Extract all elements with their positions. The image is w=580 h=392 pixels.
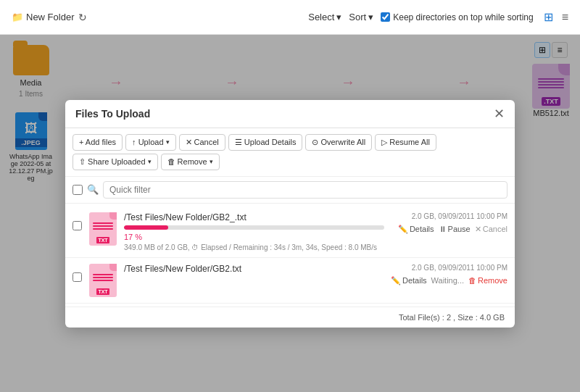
remove-button[interactable]: 🗑 Remove ▾ xyxy=(161,154,220,170)
sort-button[interactable]: Sort ▾ xyxy=(349,12,373,22)
thumb-line xyxy=(93,280,113,281)
cancel-all-button[interactable]: ✕ Cancel xyxy=(179,134,225,151)
file-2-type-badge: TXT xyxy=(96,288,109,295)
share-uploaded-label: ⇧ Share Uploaded xyxy=(79,157,146,167)
new-folder-button[interactable]: 📁 New Folder xyxy=(12,12,74,22)
file-1-type-badge: TXT xyxy=(96,237,109,243)
main-content: → → → → Media 1 Items 🖼 .JPEG WhatsApp I… xyxy=(0,35,580,392)
details-icon: ✏️ xyxy=(391,276,401,285)
file-1-cancel-button[interactable]: ✕ Cancel xyxy=(475,225,508,234)
modal-close-button[interactable]: ✕ xyxy=(494,107,505,120)
cancel-all-label: ✕ Cancel xyxy=(186,138,219,147)
search-icon: 🔍 xyxy=(87,184,99,195)
view-toggle: ⊞ ≡ xyxy=(541,9,571,25)
folder-icon-small: 📁 xyxy=(12,12,23,22)
file-1-pause-button[interactable]: ⏸ Pause xyxy=(439,225,471,233)
details-icon: ✏️ xyxy=(398,225,408,234)
resume-all-button[interactable]: ▷ Resume All xyxy=(375,134,436,151)
share-uploaded-button[interactable]: ⇧ Share Uploaded ▾ xyxy=(72,154,158,170)
file-1-details-button[interactable]: ✏️ Details xyxy=(398,225,434,234)
modal-toolbar: + Add files ↑ Upload ▾ ✕ Cancel ☰ Upload… xyxy=(65,128,515,177)
select-button[interactable]: Select ▾ xyxy=(308,12,341,22)
modal-header: Files To Upload ✕ xyxy=(65,100,515,128)
filter-bar: 🔍 xyxy=(65,177,515,204)
file-2-checkbox[interactable] xyxy=(72,272,82,282)
thumb-line xyxy=(93,225,113,227)
table-row: TXT /Test Files/New Folder/GB2.txt 2.0 G… xyxy=(65,258,515,304)
cancel-icon: ✕ xyxy=(475,225,481,234)
footer-summary: Total File(s) : 2 , Size : 4.0 GB xyxy=(399,313,505,322)
overwrite-all-button[interactable]: ⊙ Overwrite All xyxy=(305,134,372,151)
add-files-button[interactable]: + Add files xyxy=(72,134,123,151)
file-list: TXT /Test Files/New Folder/GB2_.txt 17 %… xyxy=(65,204,515,306)
file-2-remove-button[interactable]: 🗑 Remove xyxy=(468,276,508,285)
file-1-progress-text: 17 % xyxy=(124,233,384,241)
remove-caret-icon: ▾ xyxy=(210,158,213,165)
select-label: Select xyxy=(308,12,334,22)
modal-footer: Total File(s) : 2 , Size : 4.0 GB xyxy=(65,306,515,328)
keep-dirs-option[interactable]: Keep directories on top while sorting xyxy=(381,12,533,22)
file-2-details-button[interactable]: ✏️ Details xyxy=(391,276,427,285)
new-folder-label: New Folder xyxy=(26,12,74,22)
file-1-progress-fill xyxy=(124,225,168,230)
file-2-size-date: 2.0 GB, 09/09/2011 10:00 PM xyxy=(412,264,508,272)
file-2-info: /Test Files/New Folder/GB2.txt xyxy=(124,264,384,277)
file-2-actions: 2.0 GB, 09/09/2011 10:00 PM ✏️ Details W… xyxy=(391,264,508,285)
file-1-meta: 349.0 MB of 2.0 GB, ⏱ Elapsed / Remainin… xyxy=(124,243,384,251)
list-view-button[interactable]: ≡ xyxy=(559,9,571,25)
sort-caret-icon: ▾ xyxy=(368,12,373,22)
add-files-label: + Add files xyxy=(79,138,116,146)
filter-checkbox[interactable] xyxy=(72,185,83,195)
resume-all-label: ▷ Resume All xyxy=(381,138,430,147)
file-1-progress-bar xyxy=(124,225,384,230)
pause-icon: ⏸ xyxy=(439,225,447,233)
file-1-thumb-lines xyxy=(93,222,113,230)
thumb-line xyxy=(93,222,113,224)
thumb-line xyxy=(93,277,113,278)
remove-icon: 🗑 xyxy=(468,276,476,285)
keep-dirs-checkbox[interactable] xyxy=(381,12,390,22)
file-1-meta-text: 349.0 MB of 2.0 GB, ⏱ Elapsed / Remainin… xyxy=(124,243,377,251)
file-2-thumb-lines xyxy=(93,274,113,281)
upload-details-button[interactable]: ☰ Upload Details xyxy=(228,134,303,151)
file-2-waiting-status: Waiting... xyxy=(431,276,464,285)
file-2-name: /Test Files/New Folder/GB2.txt xyxy=(124,264,384,274)
overwrite-all-label: ⊙ Overwrite All xyxy=(312,138,365,147)
select-caret-icon: ▾ xyxy=(336,12,341,22)
top-bar-left: 📁 New Folder ↻ xyxy=(9,12,87,23)
thumb-line xyxy=(93,228,113,230)
file-1-size-date: 2.0 GB, 09/09/2011 10:00 PM xyxy=(412,212,508,220)
upload-details-label: ☰ Upload Details xyxy=(235,138,297,147)
upload-button[interactable]: ↑ Upload ▾ xyxy=(125,134,175,151)
grid-view-button[interactable]: ⊞ xyxy=(541,9,556,25)
top-bar-right: Select ▾ Sort ▾ Keep directories on top … xyxy=(308,9,571,25)
upload-caret-icon: ▾ xyxy=(166,138,170,146)
upload-label: ↑ Upload xyxy=(132,138,163,146)
file-2-action-buttons: ✏️ Details Waiting... 🗑 Remove xyxy=(391,276,508,285)
keep-dirs-label: Keep directories on top while sorting xyxy=(393,12,533,22)
file-1-thumb-icon: TXT xyxy=(89,212,117,246)
thumb-line xyxy=(93,274,113,275)
file-1-action-buttons: ✏️ Details ⏸ Pause ✕ Cancel xyxy=(398,225,508,234)
upload-modal: Files To Upload ✕ + Add files ↑ Upload ▾… xyxy=(65,100,515,328)
file-2-thumb-icon: TXT xyxy=(89,264,117,297)
share-caret-icon: ▾ xyxy=(148,158,152,165)
file-1-info: /Test Files/New Folder/GB2_.txt 17 % 349… xyxy=(124,212,384,251)
sort-label: Sort xyxy=(349,12,366,22)
file-1-actions: 2.0 GB, 09/09/2011 10:00 PM ✏️ Details ⏸… xyxy=(392,212,508,234)
top-bar: 📁 New Folder ↻ Select ▾ Sort ▾ Keep dire… xyxy=(0,0,580,35)
refresh-icon[interactable]: ↻ xyxy=(78,12,87,23)
table-row: TXT /Test Files/New Folder/GB2_.txt 17 %… xyxy=(65,207,515,258)
modal-title: Files To Upload xyxy=(75,108,150,120)
file-1-checkbox[interactable] xyxy=(72,221,82,230)
file-1-name: /Test Files/New Folder/GB2_.txt xyxy=(124,212,384,222)
filter-input[interactable] xyxy=(103,181,508,199)
remove-label: 🗑 Remove xyxy=(167,157,207,166)
modal-overlay: Files To Upload ✕ + Add files ↑ Upload ▾… xyxy=(0,35,580,392)
